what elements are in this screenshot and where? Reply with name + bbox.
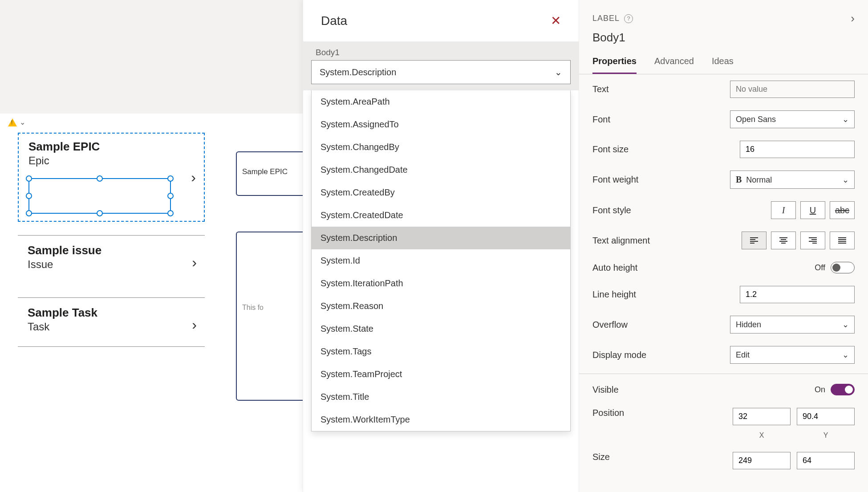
field-select-value: System.Description	[320, 67, 396, 77]
field-option[interactable]: System.CreatedDate	[312, 204, 570, 227]
field-option[interactable]: System.AssignedTo	[312, 113, 570, 136]
align-center-button[interactable]	[771, 232, 796, 249]
prop-fontsize-input[interactable]	[740, 141, 855, 158]
help-icon[interactable]: ?	[624, 14, 633, 23]
field-option[interactable]: System.ChangedBy	[312, 136, 570, 159]
position-y-label: Y	[797, 431, 855, 439]
card-subtitle: Epic	[28, 155, 194, 167]
field-option[interactable]: System.Title	[312, 386, 570, 408]
properties-panel: LABEL ? › Body1 Properties Advanced Idea…	[579, 0, 868, 492]
gallery-item-selected[interactable]: Sample EPIC Epic ›	[18, 133, 205, 222]
tab-ideas[interactable]: Ideas	[712, 51, 734, 74]
prop-visible-label: Visible	[592, 385, 619, 395]
data-panel-subject: Body1	[303, 41, 579, 60]
position-x-label: X	[733, 431, 791, 439]
field-option[interactable]: System.ChangedDate	[312, 159, 570, 181]
detail-card-title: Sample EPIC	[236, 151, 312, 196]
chevron-right-icon[interactable]: ›	[191, 169, 196, 186]
data-panel: Data ✕ Body1 System.Description ⌄ System…	[303, 0, 579, 492]
italic-button[interactable]: I	[771, 201, 796, 219]
chevron-down-icon: ⌄	[842, 114, 849, 124]
field-option[interactable]: System.Tags	[312, 340, 570, 363]
field-dropdown-list: System.AreaPathSystem.AssignedToSystem.C…	[311, 90, 571, 431]
resize-handle[interactable]	[167, 193, 174, 199]
tab-properties[interactable]: Properties	[592, 51, 637, 74]
chevron-down-icon: ⌄	[842, 175, 849, 185]
gallery-item[interactable]: Sample issue Issue ›	[18, 235, 205, 284]
prop-font-label: Font	[592, 114, 610, 125]
prop-overflow-select[interactable]: Hidden ⌄	[730, 316, 855, 333]
chevron-down-icon: ⌄	[842, 320, 849, 329]
resize-handle[interactable]	[97, 210, 103, 216]
chevron-down-icon[interactable]: ⌄	[20, 118, 25, 126]
body-label-selection[interactable]	[28, 178, 171, 214]
prop-overflow-label: Overflow	[592, 320, 628, 330]
autoheight-state: Off	[815, 263, 825, 272]
resize-handle[interactable]	[26, 210, 32, 216]
prop-text-label: Text	[592, 84, 609, 94]
field-option[interactable]: System.CreatedBy	[312, 181, 570, 204]
resize-handle[interactable]	[26, 175, 32, 182]
align-justify-button[interactable]	[830, 232, 855, 249]
detail-body-text: This fo	[242, 304, 264, 311]
card-title: Sample issue	[28, 244, 195, 257]
prop-font-select[interactable]: Open Sans ⌄	[730, 110, 855, 128]
visible-toggle[interactable]	[831, 384, 855, 395]
field-option[interactable]: System.State	[312, 317, 570, 340]
prop-align-label: Text alignment	[592, 236, 650, 246]
prop-displaymode-label: Display mode	[592, 350, 646, 360]
prop-overflow-value: Hidden	[736, 320, 761, 329]
autoheight-toggle[interactable]	[831, 262, 855, 273]
prop-fontsize-label: Font size	[592, 144, 629, 155]
chevron-right-icon[interactable]: ›	[851, 12, 855, 25]
resize-handle[interactable]	[26, 193, 32, 199]
field-option[interactable]: System.TeamProject	[312, 363, 570, 386]
field-option[interactable]: System.Reason	[312, 295, 570, 317]
strikethrough-button[interactable]: abc	[830, 201, 855, 219]
prop-size-label: Size	[592, 452, 610, 462]
gallery-item[interactable]: Sample Task Task ›	[18, 297, 205, 347]
field-option[interactable]: System.WorkItemType	[312, 408, 570, 431]
tab-advanced[interactable]: Advanced	[654, 51, 694, 74]
prop-fontstyle-label: Font style	[592, 205, 631, 216]
field-option[interactable]: System.Id	[312, 249, 570, 272]
prop-font-value: Open Sans	[736, 115, 776, 124]
detail-title-text: Sample EPIC	[242, 167, 288, 176]
prop-lineheight-label: Line height	[592, 289, 636, 300]
card-title: Sample EPIC	[28, 140, 194, 154]
resize-handle[interactable]	[97, 175, 103, 182]
field-option[interactable]: System.AreaPath	[312, 90, 570, 113]
align-left-button[interactable]	[742, 232, 767, 249]
chevron-right-icon[interactable]: ›	[192, 254, 197, 270]
resize-handle[interactable]	[167, 175, 174, 182]
chevron-down-icon: ⌄	[842, 350, 849, 360]
underline-button[interactable]: U	[800, 201, 825, 219]
prop-displaymode-value: Edit	[736, 350, 750, 360]
visible-state: On	[815, 385, 825, 394]
field-select-dropdown[interactable]: System.Description ⌄	[311, 60, 571, 84]
prop-position-label: Position	[592, 408, 624, 418]
close-icon[interactable]: ✕	[551, 13, 561, 28]
position-y-input[interactable]	[797, 408, 855, 425]
prop-autoheight-label: Auto height	[592, 263, 637, 273]
chevron-right-icon[interactable]: ›	[192, 316, 197, 333]
position-x-input[interactable]	[733, 408, 791, 425]
prop-lineheight-input[interactable]	[740, 286, 855, 303]
data-panel-title: Data	[321, 14, 347, 28]
size-height-input[interactable]	[797, 452, 855, 469]
card-subtitle: Issue	[28, 258, 195, 271]
prop-text-input[interactable]	[730, 81, 855, 98]
align-right-button[interactable]	[800, 232, 825, 249]
size-width-input[interactable]	[733, 452, 791, 469]
field-option[interactable]: System.IterationPath	[312, 272, 570, 295]
properties-tabs: Properties Advanced Ideas	[579, 51, 868, 74]
prop-fontweight-select[interactable]: BNormal ⌄	[730, 171, 855, 189]
card-subtitle: Task	[28, 321, 195, 333]
field-option[interactable]: System.Description	[312, 227, 570, 249]
prop-displaymode-select[interactable]: Edit ⌄	[730, 346, 855, 364]
resize-handle[interactable]	[167, 210, 174, 216]
warning-icon	[8, 118, 17, 126]
canvas-top-bg	[0, 0, 303, 114]
detail-card-body: This fo	[236, 232, 312, 401]
control-name: Body1	[579, 29, 868, 51]
